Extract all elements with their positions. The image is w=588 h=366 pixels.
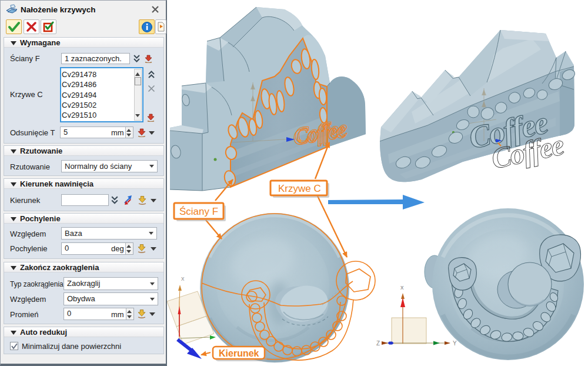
svg-text:Z: Z (376, 340, 380, 347)
svg-text:Ściany F: Ściany F (179, 206, 218, 217)
svg-text:x: x (181, 275, 185, 282)
svg-text:Krzywe C: Krzywe C (278, 183, 321, 194)
svg-text:x: x (400, 284, 404, 291)
svg-text:Y: Y (453, 340, 457, 347)
svg-text:Kierunek: Kierunek (219, 348, 259, 358)
